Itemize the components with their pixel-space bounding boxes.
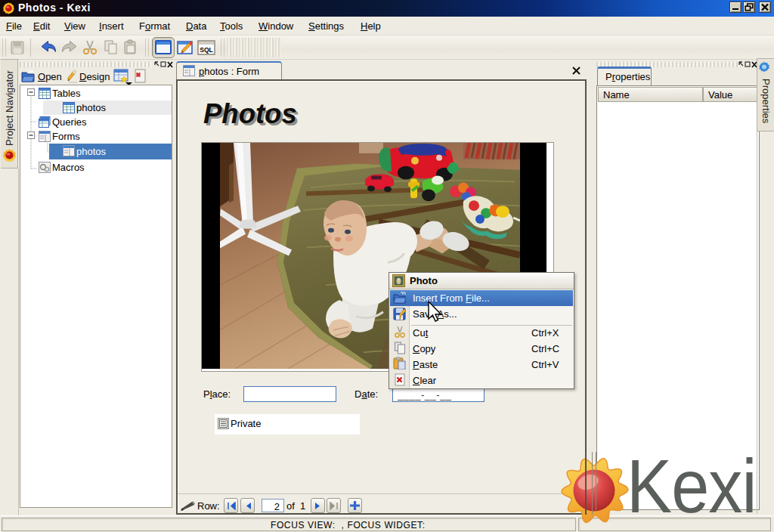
- svg-text:SQL: SQL: [200, 46, 212, 54]
